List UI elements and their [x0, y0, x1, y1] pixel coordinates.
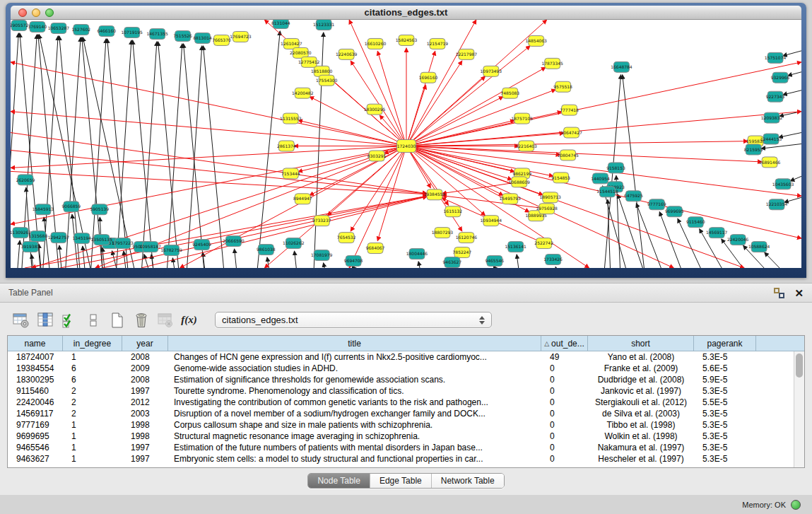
cell-out-de-[interactable]: 0 — [541, 419, 588, 431]
cell-in-degree[interactable]: 2 — [63, 385, 122, 397]
cell-pagerank[interactable]: 5.3E-5 — [694, 385, 756, 397]
graph-node[interactable] — [409, 249, 425, 259]
graph-node[interactable] — [730, 235, 746, 245]
column-header-out-de-[interactable]: △out_de... — [541, 336, 588, 351]
graph-node[interactable] — [397, 140, 416, 153]
graph-node[interactable] — [367, 38, 383, 49]
cell-name[interactable]: 22420046 — [8, 397, 63, 408]
graph-node[interactable] — [314, 216, 329, 226]
table-row[interactable]: 946362711997Embryonic stem cells: a mode… — [8, 453, 794, 465]
graph-node[interactable] — [445, 257, 460, 268]
cell-pagerank[interactable]: 5.3E-5 — [694, 419, 756, 431]
cell-title[interactable]: Genome-wide association studies in ADHD. — [168, 363, 541, 374]
graph-node[interactable] — [346, 256, 361, 267]
graph-node[interactable] — [64, 201, 79, 212]
delete-column-icon[interactable] — [131, 310, 151, 329]
graph-node[interactable] — [772, 72, 788, 83]
cell-short[interactable]: Yano et al. (2008) — [588, 351, 694, 363]
graph-node[interactable] — [666, 206, 682, 217]
graph-node[interactable] — [459, 49, 474, 59]
graph-node[interactable] — [273, 20, 288, 28]
table-scrollbar[interactable] — [794, 351, 804, 467]
graph-node[interactable] — [512, 177, 527, 187]
cell-year[interactable]: 2003 — [122, 408, 168, 419]
graph-node[interactable] — [435, 228, 450, 238]
network-window-titlebar[interactable]: citations_edges.txt — [11, 6, 801, 20]
cell-title[interactable]: Embryonic stem cells: a model to study s… — [168, 453, 541, 465]
graph-node[interactable] — [194, 240, 210, 250]
cell-title[interactable]: Disruption of a novel member of a sodium… — [168, 408, 541, 419]
graph-node[interactable] — [600, 187, 616, 197]
cell-in-degree[interactable]: 1 — [63, 431, 122, 442]
graph-node[interactable] — [164, 245, 180, 256]
graph-node[interactable] — [319, 75, 334, 86]
create-column-icon[interactable] — [107, 310, 126, 329]
graph-node[interactable] — [483, 216, 499, 226]
cell-year[interactable]: 2008 — [122, 374, 168, 385]
table-row[interactable]: 1938455462009Genome-wide association stu… — [8, 363, 794, 374]
table-row[interactable]: 1456911722003Disruption of a novel membe… — [8, 408, 794, 419]
graph-node[interactable] — [314, 250, 329, 261]
table-row[interactable]: 946554611997Estimation of the future num… — [8, 442, 794, 453]
column-display-icon[interactable] — [35, 310, 54, 329]
scrollbar-thumb[interactable] — [796, 354, 803, 378]
graph-node[interactable] — [195, 33, 211, 43]
graph-node[interactable] — [92, 204, 107, 215]
graph-node[interactable] — [459, 233, 474, 243]
column-header-in-degree[interactable]: in_degree — [63, 336, 122, 351]
zoom-window-button[interactable] — [45, 8, 54, 17]
cell-title[interactable]: Corpus callosum shape and size in male p… — [168, 419, 541, 431]
graph-node[interactable] — [367, 243, 383, 254]
graph-node[interactable] — [763, 134, 779, 144]
cell-name[interactable]: 9465546 — [8, 442, 63, 453]
graph-node[interactable] — [688, 217, 703, 228]
tab-node-table[interactable]: Node Table — [308, 474, 370, 488]
graph-node[interactable] — [150, 28, 165, 39]
close-panel-icon[interactable]: ✕ — [794, 288, 804, 298]
graph-node[interactable] — [73, 24, 89, 35]
cell-short[interactable]: Jankovic et al. (1997) — [588, 385, 694, 397]
graph-node[interactable] — [767, 52, 783, 63]
graph-node[interactable] — [519, 141, 534, 151]
cell-out-de-[interactable]: 0 — [541, 397, 588, 408]
graph-node[interactable] — [767, 91, 783, 102]
cell-in-degree[interactable]: 2 — [63, 408, 122, 419]
column-header-name[interactable]: name — [8, 336, 63, 351]
graph-node[interactable] — [51, 233, 66, 243]
table-row[interactable]: 1872400712008Changes of HCN gene express… — [8, 351, 794, 363]
graph-node[interactable] — [369, 151, 384, 161]
graph-node[interactable] — [487, 256, 502, 267]
graph-node[interactable] — [430, 38, 445, 49]
graph-node[interactable] — [562, 105, 577, 115]
cell-name[interactable]: 18724007 — [8, 351, 63, 363]
graph-node[interactable] — [427, 189, 442, 200]
graph-node[interactable] — [23, 242, 38, 252]
graph-node[interactable] — [286, 238, 301, 249]
graph-node[interactable] — [762, 157, 777, 168]
graph-node[interactable] — [30, 231, 46, 242]
table-row[interactable]: 911546021997Tourette syndrome. Phenomeno… — [8, 385, 794, 397]
cell-name[interactable]: 14569117 — [8, 408, 63, 419]
tab-network-table[interactable]: Network Table — [432, 474, 504, 488]
network-canvas[interactable]: 1724030158245631215471912217987109734937… — [11, 20, 801, 268]
graph-node[interactable] — [593, 173, 608, 184]
graph-node[interactable] — [764, 112, 779, 123]
cell-out-de-[interactable]: 0 — [541, 442, 588, 453]
cell-name[interactable]: 9463627 — [8, 453, 63, 465]
graph-node[interactable] — [545, 58, 560, 69]
table-row[interactable]: 977716911998Corpus callosum shape and si… — [8, 419, 794, 431]
graph-node[interactable] — [213, 35, 229, 45]
cell-in-degree[interactable]: 1 — [63, 419, 122, 431]
graph-node[interactable] — [283, 113, 298, 124]
cell-title[interactable]: Estimation of significance thresholds fo… — [168, 374, 541, 385]
cell-short[interactable]: Tibbo et al. (1998) — [588, 419, 694, 431]
cell-name[interactable]: 18300295 — [8, 374, 63, 385]
network-graph[interactable]: 1724030158245631215471912217987109734937… — [11, 20, 801, 268]
delete-table-icon[interactable] — [155, 310, 175, 329]
graph-node[interactable] — [115, 238, 131, 249]
graph-node[interactable] — [94, 235, 110, 245]
cell-in-degree[interactable]: 6 — [63, 363, 122, 374]
graph-node[interactable] — [564, 127, 579, 138]
cell-pagerank[interactable]: 5.3E-5 — [694, 453, 756, 465]
graph-node[interactable] — [258, 245, 273, 255]
